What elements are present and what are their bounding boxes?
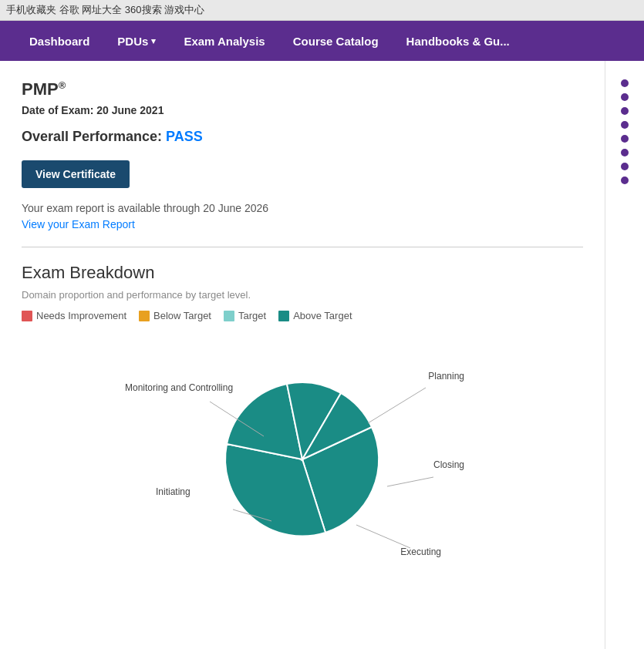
right-sidebar (605, 61, 644, 649)
view-exam-report-link[interactable]: View your Exam Report (22, 218, 135, 230)
sidebar-bullet-3 (621, 107, 629, 115)
chart-label-closing: Closing (433, 459, 464, 470)
chart-label-monitoring: Monitoring and Controlling (125, 382, 233, 393)
sidebar-bullet-5 (621, 135, 629, 143)
nav-course-catalog[interactable]: Course Catalog (279, 21, 393, 61)
chart-label-initiating: Initiating (156, 486, 191, 497)
sidebar-bullet-4 (621, 121, 629, 129)
content-area: PMP® Date of Exam: 20 June 2021 Overall … (0, 61, 605, 649)
breakdown-subtitle: Domain proportion and performance by tar… (22, 289, 583, 301)
sidebar-bullet-2 (621, 93, 629, 101)
main-wrapper: PMP® Date of Exam: 20 June 2021 Overall … (0, 61, 644, 649)
view-certificate-button[interactable]: View Certificate (22, 160, 130, 188)
nav-pdus[interactable]: PDUs ▾ (103, 21, 170, 61)
legend-target: Target (224, 310, 266, 321)
breakdown-title: Exam Breakdown (22, 263, 583, 283)
pie-chart-svg (217, 375, 387, 544)
chart-legend: Needs Improvement Below Target Target Ab… (22, 310, 583, 321)
browser-toolbar: 手机收藏夹 谷歌 网址大全 360搜索 游戏中心 (0, 0, 644, 21)
sidebar-bullet-7 (621, 163, 629, 170)
exam-date: Date of Exam: 20 June 2021 (22, 104, 583, 116)
chart-label-planning: Planning (428, 371, 464, 382)
exam-report-text: Your exam report is available through 20… (22, 202, 583, 214)
pass-label: PASS (166, 129, 203, 144)
chart-label-executing: Executing (400, 546, 441, 557)
overall-performance: Overall Performance: PASS (22, 129, 583, 145)
svg-line-2 (387, 477, 433, 486)
nav-exam-analysis[interactable]: Exam Analysis (170, 21, 278, 61)
sidebar-bullet-6 (621, 149, 629, 156)
legend-color-needs-improvement (22, 311, 32, 321)
legend-below-target: Below Target (139, 310, 211, 321)
legend-above-target: Above Target (278, 310, 352, 321)
section-divider (22, 247, 583, 247)
nav-handbooks[interactable]: Handbooks & Gu... (393, 21, 524, 61)
nav-dashboard[interactable]: Dashboard (15, 21, 103, 61)
legend-color-below-target (139, 311, 150, 321)
legend-needs-improvement: Needs Improvement (22, 310, 126, 321)
legend-color-above-target (278, 311, 289, 321)
exam-title: PMP® (22, 79, 583, 99)
pie-chart-area: Planning Executing Closing Monitoring an… (117, 340, 487, 579)
sidebar-bullet-8 (621, 177, 629, 184)
toolbar-text: 手机收藏夹 谷歌 网址大全 360搜索 游戏中心 (6, 3, 204, 17)
sidebar-bullet-1 (621, 79, 629, 87)
legend-color-target (224, 311, 234, 321)
nav-bar: Dashboard PDUs ▾ Exam Analysis Course Ca… (0, 21, 644, 61)
pdus-arrow-icon: ▾ (151, 36, 156, 46)
